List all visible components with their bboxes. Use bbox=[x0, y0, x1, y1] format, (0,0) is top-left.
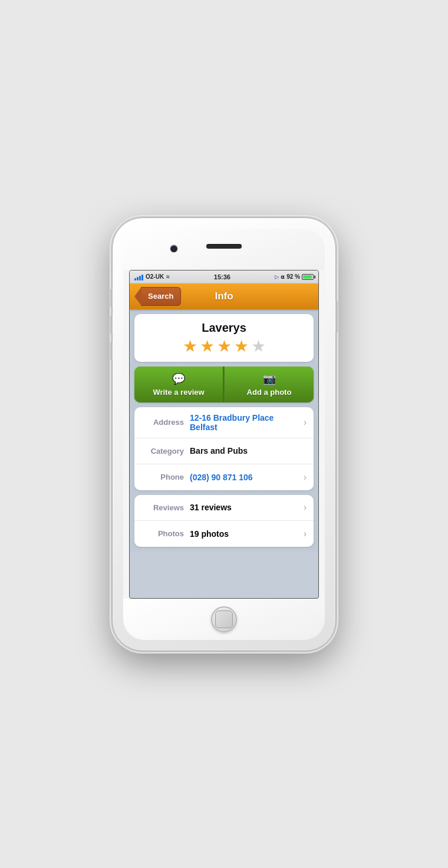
reviews-row[interactable]: Reviews 31 reviews › bbox=[134, 495, 314, 521]
reviews-value: 31 reviews bbox=[190, 503, 304, 512]
phone-row[interactable]: Phone (028) 90 871 106 › bbox=[134, 464, 314, 490]
back-arrow-icon bbox=[134, 287, 141, 306]
status-bar: O2-UK ≈ 15:36 ▷ ⍺ 92 % bbox=[130, 270, 318, 283]
phone-bottom bbox=[123, 599, 325, 640]
home-button[interactable] bbox=[211, 606, 237, 632]
details-card: Address 12-16 Bradbury Place Belfast › C… bbox=[134, 407, 314, 490]
phone-value: (028) 90 871 106 bbox=[190, 473, 304, 482]
photos-label: Photos bbox=[141, 529, 184, 538]
screen: O2-UK ≈ 15:36 ▷ ⍺ 92 % Search bbox=[129, 270, 319, 599]
battery-fill bbox=[303, 275, 312, 279]
address-chevron-icon: › bbox=[304, 417, 307, 428]
camera bbox=[170, 245, 177, 252]
screen-content: Laverys ★ ★ ★ ★ ★ 💬 Write a review bbox=[130, 309, 318, 552]
photos-value: 19 photos bbox=[190, 529, 304, 539]
photo-label: Add a photo bbox=[247, 388, 292, 397]
stats-card: Reviews 31 reviews › Photos 19 photos › bbox=[134, 495, 314, 547]
photo-icon: 📷 bbox=[263, 372, 276, 385]
battery-icon bbox=[302, 274, 314, 280]
home-button-inner bbox=[215, 610, 233, 628]
photos-chevron-icon: › bbox=[304, 529, 307, 539]
category-row: Category Bars and Pubs bbox=[134, 438, 314, 464]
star-1: ★ bbox=[183, 338, 197, 355]
address-label: Address bbox=[141, 418, 184, 427]
address-value: 12-16 Bradbury Place Belfast bbox=[190, 413, 304, 432]
phone-inner: O2-UK ≈ 15:36 ▷ ⍺ 92 % Search bbox=[123, 229, 325, 640]
category-value: Bars and Pubs bbox=[190, 446, 307, 456]
place-info-card: Laverys ★ ★ ★ ★ ★ bbox=[134, 314, 314, 362]
signal-bar-3 bbox=[139, 276, 141, 280]
location-icon: ▷ bbox=[275, 274, 279, 280]
carrier-label: O2-UK bbox=[146, 273, 164, 280]
photos-row[interactable]: Photos 19 photos › bbox=[134, 521, 314, 547]
back-button-label: Search bbox=[141, 287, 181, 306]
reviews-label: Reviews bbox=[141, 503, 184, 512]
action-buttons: 💬 Write a review 📷 Add a photo bbox=[134, 367, 314, 402]
status-right: ▷ ⍺ 92 % bbox=[275, 273, 314, 280]
phone-frame: O2-UK ≈ 15:36 ▷ ⍺ 92 % Search bbox=[112, 217, 336, 651]
add-photo-button[interactable]: 📷 Add a photo bbox=[225, 367, 314, 402]
wifi-icon: ≈ bbox=[166, 273, 170, 280]
signal-bar-4 bbox=[141, 275, 143, 280]
battery-percent: 92 % bbox=[286, 273, 300, 280]
write-review-button[interactable]: 💬 Write a review bbox=[134, 367, 223, 402]
signal-bar-1 bbox=[134, 278, 136, 280]
back-button[interactable]: Search bbox=[134, 287, 181, 306]
signal-bars bbox=[134, 273, 143, 280]
phone-label: Phone bbox=[141, 473, 184, 481]
status-left: O2-UK ≈ bbox=[134, 273, 170, 280]
star-2: ★ bbox=[200, 338, 215, 355]
page-title: Info bbox=[215, 291, 233, 302]
bluetooth-icon: ⍺ bbox=[281, 273, 285, 280]
reviews-chevron-icon: › bbox=[304, 502, 307, 513]
place-name: Laverys bbox=[144, 321, 304, 335]
review-label: Write a review bbox=[153, 388, 204, 397]
review-icon: 💬 bbox=[172, 372, 185, 385]
star-5: ★ bbox=[251, 338, 266, 355]
phone-top-bar bbox=[123, 229, 325, 270]
nav-bar: Search Info bbox=[130, 283, 318, 309]
phone-chevron-icon: › bbox=[304, 472, 307, 483]
address-row[interactable]: Address 12-16 Bradbury Place Belfast › bbox=[134, 407, 314, 438]
star-3: ★ bbox=[217, 338, 232, 355]
speaker bbox=[206, 244, 242, 249]
star-rating: ★ ★ ★ ★ ★ bbox=[144, 338, 304, 355]
signal-bar-2 bbox=[137, 277, 139, 280]
star-4: ★ bbox=[234, 338, 249, 355]
category-label: Category bbox=[141, 447, 184, 456]
time-label: 15:36 bbox=[214, 273, 230, 280]
